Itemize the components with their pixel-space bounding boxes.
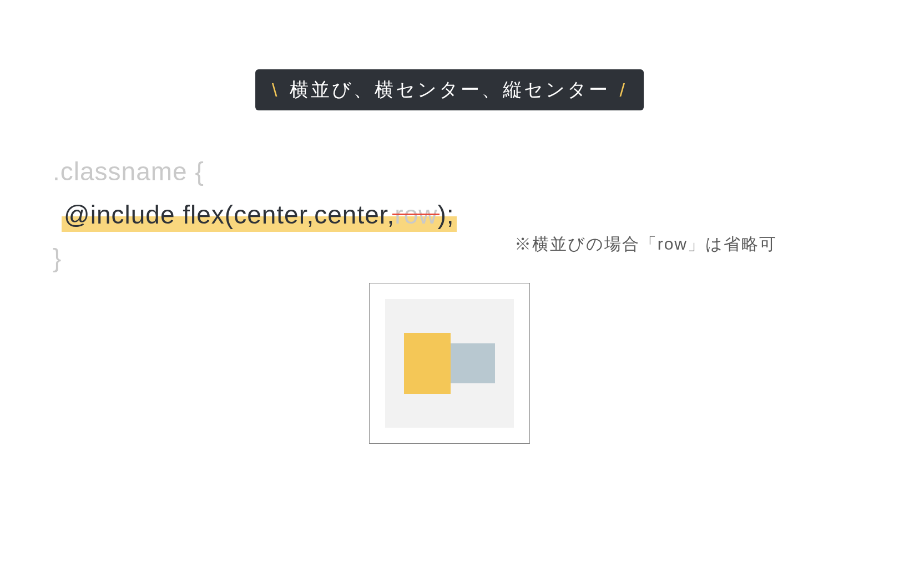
code-include-suffix: ); [437, 200, 454, 229]
diagram-flex-area [385, 299, 514, 428]
note-text: ※横並びの場合「row」は省略可 [514, 233, 777, 256]
code-selector-close: } [53, 236, 454, 280]
code-struck-row: row [395, 193, 437, 236]
header-title: 横並び、横センター、縦センター [290, 77, 610, 103]
code-selector-open: .classname { [53, 150, 454, 193]
slash-left-icon: \ [272, 79, 279, 101]
diagram-container [369, 283, 530, 444]
code-include-line: @include flex(center,center,row); [64, 193, 454, 236]
diagram-box-yellow [404, 333, 451, 394]
slash-right-icon: / [620, 79, 627, 101]
diagram-box-blue [451, 343, 495, 383]
code-include-prefix: @include flex(center,center, [64, 200, 395, 229]
header-badge: \ 横並び、横センター、縦センター / [255, 69, 644, 110]
code-block: .classname { @include flex(center,center… [53, 150, 454, 280]
